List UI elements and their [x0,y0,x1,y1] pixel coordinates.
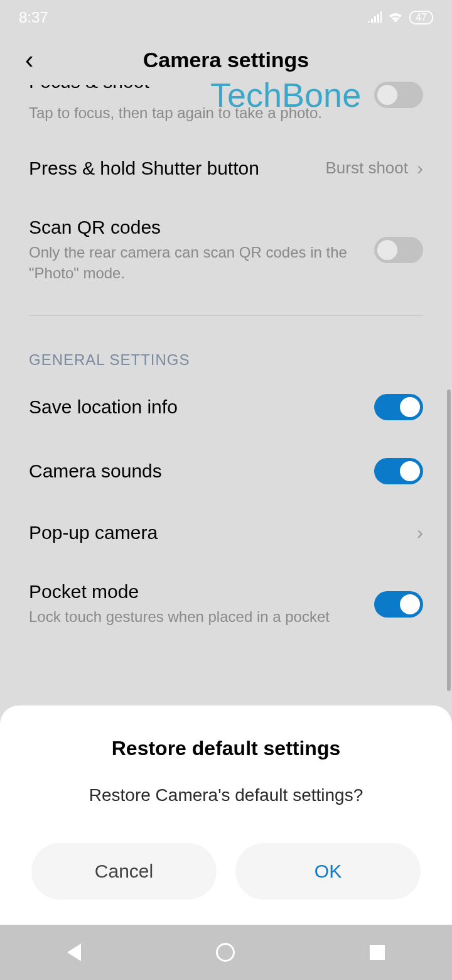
watermark-text: TechBone [210,75,361,114]
navigation-bar [0,925,452,980]
battery-icon: 47 [409,11,433,24]
dialog-title: Restore default settings [31,737,421,760]
setting-title: Press & hold Shutter button [29,158,259,179]
setting-pocket-mode[interactable]: Pocket mode Lock touch gestures when pla… [29,562,423,646]
setting-title: Save location info [29,396,178,418]
setting-title: Pocket mode [29,581,362,602]
setting-scan-qr[interactable]: Scan QR codes Only the rear camera can s… [29,198,423,303]
page-title: Camera settings [143,48,309,72]
setting-subtitle: Lock touch gestures when placed in a poc… [29,606,362,628]
scan-qr-toggle[interactable] [374,237,423,263]
chevron-right-icon: › [417,522,423,543]
wifi-icon [388,9,403,26]
setting-title: Pop-up camera [29,522,158,543]
restore-dialog: Restore default settings Restore Camera'… [0,705,452,925]
setting-save-location[interactable]: Save location info [29,375,423,439]
settings-screen: 8:37 47 ‹ Camera settings TechBone Focus… [0,0,452,980]
setting-title: Scan QR codes [29,217,362,238]
status-icons: 47 [368,9,433,26]
focus-shoot-toggle[interactable] [374,82,423,108]
chevron-right-icon: › [417,158,423,179]
setting-camera-sounds[interactable]: Camera sounds [29,439,423,503]
general-settings-list[interactable]: Save location info Camera sounds Pop-up … [0,375,452,646]
dialog-buttons: Cancel OK [31,843,421,900]
nav-back-icon[interactable] [67,944,81,961]
save-location-toggle[interactable] [374,394,423,420]
cancel-button[interactable]: Cancel [31,843,217,900]
status-time: 8:37 [19,9,48,26]
nav-home-icon[interactable] [216,943,235,962]
status-bar: 8:37 47 [0,0,452,35]
camera-sounds-toggle[interactable] [374,458,423,484]
section-header-general: GENERAL SETTINGS [0,316,452,375]
ok-button[interactable]: OK [235,843,421,900]
setting-value: Burst shoot › [325,158,423,179]
setting-press-hold[interactable]: Press & hold Shutter button Burst shoot … [29,139,423,198]
pocket-mode-toggle[interactable] [374,591,423,618]
back-button[interactable]: ‹ [25,46,33,74]
setting-subtitle: Only the rear camera can scan QR codes i… [29,242,362,284]
scrollbar[interactable] [447,389,451,691]
setting-title: Camera sounds [29,460,162,482]
signal-icon [368,9,382,26]
setting-popup-camera[interactable]: Pop-up camera › [29,503,423,562]
dialog-message: Restore Camera's default settings? [31,785,421,805]
settings-list[interactable]: Focus & shoot Tap to focus, then tap aga… [0,85,452,303]
nav-recent-icon[interactable] [370,945,385,960]
